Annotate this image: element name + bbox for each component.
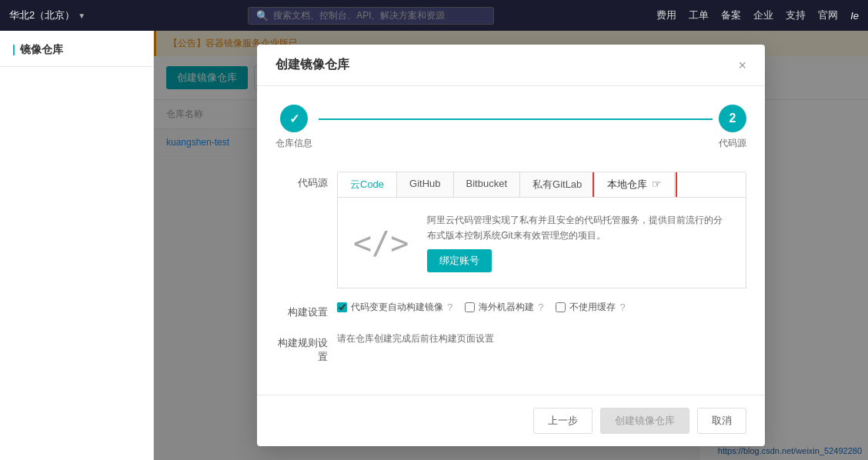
source-tabs: 云Code GitHub Bitbucket 私有GitLab [337, 172, 746, 198]
extra-text: Ie [850, 10, 859, 22]
step-1-label: 仓库信息 [275, 137, 312, 150]
modal-title: 创建镜像仓库 [275, 57, 349, 73]
highlighted-tab-wrapper: 本地仓库 ☞ [595, 172, 675, 197]
source-label: 代码源 [275, 172, 337, 190]
code-icon: </> [353, 225, 409, 261]
top-nav: 华北2（北京） ▼ 🔍 费用 工单 备案 企业 支持 官网 Ie [0, 0, 868, 31]
search-box: 🔍 [248, 7, 494, 25]
source-panel: </> 阿里云代码管理实现了私有并且安全的代码托管服务，提供目前流行的分布式版本… [337, 198, 746, 288]
search-icon: 🔍 [256, 10, 269, 22]
nav-fee[interactable]: 费用 [656, 8, 676, 22]
overseas-checkbox[interactable] [465, 302, 475, 312]
modal-body: ✓ 仓库信息 2 代码源 [257, 86, 765, 394]
tab-yuncode[interactable]: 云Code [338, 172, 397, 197]
no-cache-help-icon[interactable]: ? [619, 302, 625, 313]
auto-build-label: 代码变更自动构建镜像 [351, 301, 443, 314]
brand-arrow: ▼ [78, 12, 85, 20]
step-2-num: 2 [729, 112, 736, 125]
no-cache-label: 不使用缓存 [569, 301, 616, 314]
nav-links: 费用 工单 备案 企业 支持 官网 Ie [656, 8, 859, 22]
brand-selector[interactable]: 华北2（北京） ▼ [9, 8, 85, 22]
close-icon[interactable]: × [738, 58, 746, 72]
auto-build-option[interactable]: 代码变更自动构建镜像 ? [337, 301, 452, 314]
modal-header: 创建镜像仓库 × [257, 45, 765, 86]
step-2-circle: 2 [719, 105, 746, 132]
tab-github[interactable]: GitHub [397, 172, 453, 197]
step-2: 2 代码源 [719, 105, 746, 150]
tab-private-gitlab[interactable]: 私有GitLab [520, 172, 595, 197]
nav-ticket[interactable]: 工单 [689, 8, 709, 22]
brand-name: 华北2（北京） [9, 8, 75, 22]
panel-description: 阿里云代码管理实现了私有并且安全的代码托管服务，提供目前流行的分布式版本控制系统… [427, 213, 730, 242]
bind-account-btn[interactable]: 绑定账号 [427, 249, 492, 272]
overseas-help-icon[interactable]: ? [538, 302, 543, 313]
step-line [319, 118, 713, 120]
build-settings-row: 构建设置 代码变更自动构建镜像 ? 海外机器构建 [275, 301, 746, 319]
main-content: 【公告】容器镜像服务企业版已 创建镜像仓库 全部命 仓库名称 创建时间 kuan… [154, 31, 868, 460]
build-rule-row: 构建规则设置 请在仓库创建完成后前往构建页面设置 [275, 332, 746, 364]
step-1-circle: ✓ [280, 105, 308, 132]
no-cache-checkbox[interactable] [556, 302, 566, 312]
modal: 创建镜像仓库 × ✓ 仓库信息 [257, 45, 765, 445]
nav-official[interactable]: 官网 [818, 8, 838, 22]
page-layout: 镜像仓库 【公告】容器镜像服务企业版已 创建镜像仓库 全部命 仓库名称 创建时间… [0, 31, 868, 460]
build-settings-label: 构建设置 [275, 301, 337, 319]
nav-support[interactable]: 支持 [786, 8, 806, 22]
build-rule-content: 请在仓库创建完成后前往构建页面设置 [337, 332, 746, 346]
build-rule-label: 构建规则设置 [275, 332, 337, 364]
overseas-label: 海外机器构建 [479, 301, 534, 314]
sidebar-title: 镜像仓库 [0, 43, 153, 67]
cancel-btn[interactable]: 取消 [697, 408, 746, 434]
step-2-label: 代码源 [719, 137, 746, 150]
build-options: 代码变更自动构建镜像 ? 海外机器构建 ? [337, 301, 746, 314]
nav-enterprise[interactable]: 企业 [753, 8, 773, 22]
tab-local[interactable]: 本地仓库 ☞ [595, 172, 675, 197]
modal-overlay: 创建镜像仓库 × ✓ 仓库信息 [154, 31, 868, 460]
modal-footer: 上一步 创建镜像仓库 取消 [257, 395, 765, 446]
tab-bitbucket[interactable]: Bitbucket [454, 172, 520, 197]
source-form-row: 代码源 云Code GitHub [275, 172, 746, 288]
sidebar: 镜像仓库 [0, 31, 154, 460]
create-modal-btn[interactable]: 创建镜像仓库 [600, 408, 689, 434]
panel-info: 阿里云代码管理实现了私有并且安全的代码托管服务，提供目前流行的分布式版本控制系统… [427, 213, 730, 272]
overseas-option[interactable]: 海外机器构建 ? [465, 301, 543, 314]
prev-btn[interactable]: 上一步 [533, 408, 593, 434]
build-settings-content: 代码变更自动构建镜像 ? 海外机器构建 ? [337, 301, 746, 314]
build-rule-text: 请在仓库创建完成后前往构建页面设置 [337, 333, 494, 344]
auto-build-help-icon[interactable]: ? [447, 302, 452, 313]
step-1: ✓ 仓库信息 [275, 105, 312, 150]
search-input[interactable] [273, 10, 486, 21]
search-area: 🔍 [92, 7, 650, 25]
nav-record[interactable]: 备案 [721, 8, 741, 22]
auto-build-checkbox[interactable] [337, 302, 347, 312]
step-1-icon: ✓ [289, 112, 299, 126]
steps: ✓ 仓库信息 2 代码源 [275, 105, 746, 150]
cursor-hand-icon: ☞ [652, 178, 662, 190]
no-cache-option[interactable]: 不使用缓存 ? [556, 301, 625, 314]
source-content: 云Code GitHub Bitbucket 私有GitLab [337, 172, 746, 288]
